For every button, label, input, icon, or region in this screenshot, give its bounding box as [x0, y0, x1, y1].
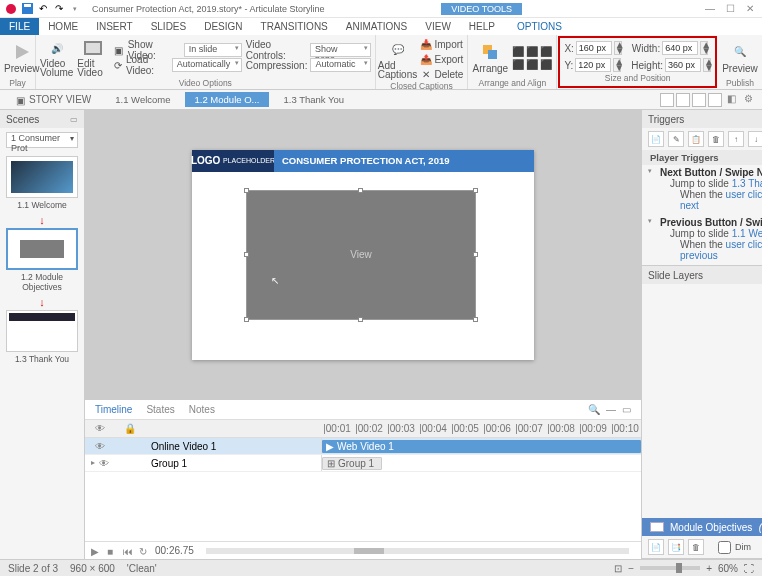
tab-thank-you[interactable]: 1.3 Thank You	[273, 92, 354, 107]
align-center-icon[interactable]: ⬛	[526, 46, 538, 57]
thumb-module-objectives[interactable]: 1.2 Module Objectives	[6, 228, 78, 292]
redock-icon[interactable]: ◧	[724, 93, 739, 107]
fit-window-icon[interactable]: ⊡	[614, 563, 622, 574]
scene-selector[interactable]: 1 Consumer Prot	[6, 132, 78, 148]
height-spinner[interactable]: ▲▼	[703, 58, 711, 72]
tab-insert[interactable]: INSERT	[87, 18, 142, 35]
view-mode-3[interactable]	[692, 93, 706, 107]
align-middle-icon[interactable]: ⬛	[526, 59, 538, 70]
story-view-tab[interactable]: ▣STORY VIEW	[6, 92, 101, 107]
rewind-icon[interactable]: ⏮	[123, 546, 133, 556]
compression-combo[interactable]: Automatic	[310, 58, 370, 72]
trigger-target-link[interactable]: 1.3 Thank You	[732, 178, 762, 189]
save-icon[interactable]	[20, 2, 34, 16]
trigger-event-link[interactable]: previous	[680, 250, 718, 261]
timeline-tab[interactable]: Timeline	[95, 404, 132, 415]
up-trigger-icon[interactable]: ↑	[728, 131, 744, 147]
thumb-thank-you[interactable]: 1.3 Thank You	[6, 310, 78, 364]
align-top-icon[interactable]: ⬛	[512, 59, 524, 70]
redo-icon[interactable]: ↷	[52, 2, 66, 16]
view-mode-1[interactable]	[660, 93, 674, 107]
trigger-who-link[interactable]: user clicks or swipes	[726, 239, 762, 250]
dim-checkbox[interactable]	[718, 541, 731, 554]
publish-preview-button[interactable]: 🔍 Preview	[722, 38, 758, 78]
width-spinner[interactable]: ▲▼	[700, 41, 708, 55]
maximize-icon[interactable]: ☐	[722, 3, 738, 15]
align-left-icon[interactable]: ⬛	[512, 46, 524, 57]
tab-help[interactable]: HELP	[460, 18, 504, 35]
zoom-out-icon[interactable]: −	[628, 563, 634, 574]
zoom-in-icon[interactable]: +	[706, 563, 712, 574]
y-input[interactable]	[575, 58, 611, 72]
tab-slides[interactable]: SLIDES	[142, 18, 196, 35]
scenes-close-icon[interactable]: ▭	[70, 115, 78, 124]
timeline-row-video[interactable]: 👁 Online Video 1 ▶Web Video 1	[85, 438, 641, 455]
loop-icon[interactable]: ↻	[139, 546, 149, 556]
lock-icon[interactable]: 🔒	[124, 423, 136, 434]
view-mode-4[interactable]	[708, 93, 722, 107]
stop-timeline-icon[interactable]: ■	[107, 546, 117, 556]
align-right-icon[interactable]: ⬛	[540, 46, 552, 57]
trigger-who-link[interactable]: user clicks or swipes	[726, 189, 762, 200]
width-input[interactable]	[662, 41, 698, 55]
x-input[interactable]	[576, 41, 612, 55]
qat-dropdown-icon[interactable]: ▾	[68, 2, 82, 16]
tab-view[interactable]: VIEW	[416, 18, 460, 35]
zoom-slider[interactable]	[640, 566, 700, 570]
collapse-icon[interactable]: ▾	[648, 217, 652, 225]
export-button[interactable]: 📤Export	[420, 52, 464, 66]
x-spinner[interactable]: ▲▼	[614, 41, 622, 55]
volume-button[interactable]: 🔊 Video Volume	[40, 38, 73, 78]
preview-button[interactable]: Preview	[4, 38, 40, 78]
del-layer-icon[interactable]: 🗑	[688, 539, 704, 555]
trigger-previous[interactable]: ▾ Previous Button / Swipe Previous Jump …	[642, 215, 762, 265]
align-bottom-icon[interactable]: ⬛	[540, 59, 552, 70]
trigger-next[interactable]: ▾ Next Button / Swipe Next Jump to slide…	[642, 165, 762, 215]
show-video-combo[interactable]: In slide	[184, 43, 242, 57]
eye-icon[interactable]: 👁	[95, 423, 105, 434]
delete-trigger-icon[interactable]: 🗑	[708, 131, 724, 147]
timeline-zoom-icon[interactable]: 🔍	[588, 404, 600, 415]
states-tab[interactable]: States	[146, 404, 174, 415]
tab-animations[interactable]: ANIMATIONS	[337, 18, 416, 35]
add-layer-icon[interactable]: 📄	[648, 539, 664, 555]
row-eye-icon[interactable]: 👁	[99, 458, 109, 469]
tab-home[interactable]: HOME	[39, 18, 87, 35]
tab-file[interactable]: FILE	[0, 18, 39, 35]
trigger-target-link[interactable]: 1.1 Welcome	[732, 228, 762, 239]
timeline-row-group[interactable]: ▸👁 Group 1 ⊞Group 1	[85, 455, 641, 472]
import-button[interactable]: 📥Import	[420, 37, 464, 51]
down-trigger-icon[interactable]: ↓	[748, 131, 762, 147]
load-video-combo[interactable]: Automatically	[172, 58, 242, 72]
tab-options[interactable]: OPTIONS	[508, 18, 571, 35]
minimize-icon[interactable]: —	[702, 3, 718, 15]
edit-video-button[interactable]: Edit Video	[77, 38, 109, 78]
copy-trigger-icon[interactable]: 📋	[688, 131, 704, 147]
slide-canvas[interactable]: LOGO PLACEHOLDER CONSUMER PROTECTION ACT…	[192, 150, 534, 360]
timeline-undock-icon[interactable]: —	[606, 404, 616, 415]
add-captions-button[interactable]: 💬 Add Captions	[380, 39, 416, 79]
height-input[interactable]	[665, 58, 701, 72]
add-trigger-icon[interactable]: 📄	[648, 131, 664, 147]
base-layer-row[interactable]: Module Objectives (Base Layer) 👁	[642, 518, 762, 536]
tab-welcome[interactable]: 1.1 Welcome	[105, 92, 180, 107]
tab-module-objectives[interactable]: 1.2 Module O...	[185, 92, 270, 107]
settings-gear-icon[interactable]: ⚙	[741, 93, 756, 107]
arrange-button[interactable]: Arrange	[472, 38, 508, 78]
expand-icon[interactable]: ▸	[91, 458, 95, 469]
play-timeline-icon[interactable]: ▶	[91, 546, 101, 556]
undo-icon[interactable]: ↶	[36, 2, 50, 16]
thumb-welcome[interactable]: 1.1 Welcome	[6, 156, 78, 210]
timeline-close-icon[interactable]: ▭	[622, 404, 631, 415]
delete-button[interactable]: ✕Delete	[420, 67, 464, 81]
tab-design[interactable]: DESIGN	[195, 18, 251, 35]
collapse-icon[interactable]: ▾	[648, 167, 652, 175]
video-controls-combo[interactable]: Show none	[310, 43, 370, 57]
edit-trigger-icon[interactable]: ✎	[668, 131, 684, 147]
trigger-event-link[interactable]: next	[680, 200, 699, 211]
close-icon[interactable]: ✕	[742, 3, 758, 15]
row-eye-icon[interactable]: 👁	[95, 441, 105, 452]
notes-tab[interactable]: Notes	[189, 404, 215, 415]
tab-transitions[interactable]: TRANSITIONS	[252, 18, 337, 35]
dup-layer-icon[interactable]: 📑	[668, 539, 684, 555]
